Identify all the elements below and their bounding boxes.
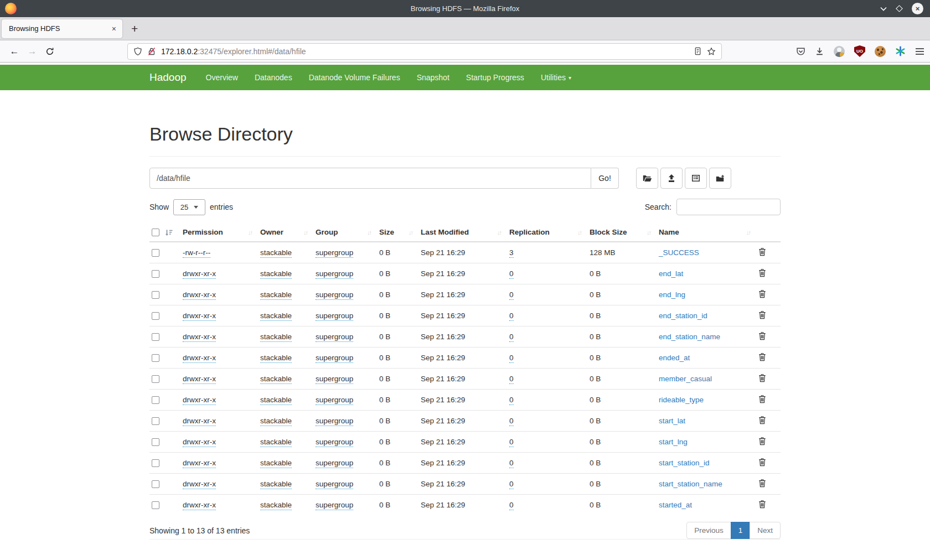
row-checkbox[interactable] (152, 333, 159, 341)
permission-cell[interactable]: drwxr-xr-x (183, 333, 216, 342)
go-button[interactable]: Go! (591, 168, 619, 189)
group-cell[interactable]: supergroup (316, 438, 353, 447)
reload-button[interactable] (41, 47, 59, 56)
owner-cell[interactable]: stackable (260, 354, 292, 363)
permission-cell[interactable]: drwxr-xr-x (183, 354, 216, 363)
asterisk-extension-icon[interactable] (895, 46, 906, 56)
insecure-lock-icon[interactable] (147, 47, 156, 56)
file-name-link[interactable]: end_lat (659, 269, 683, 278)
navbar-item[interactable]: Datanode Volume Failures (301, 65, 409, 90)
group-cell[interactable]: supergroup (316, 291, 353, 300)
sort-icon[interactable]: ↓↑ (647, 229, 650, 236)
directory-path-input[interactable] (149, 168, 591, 189)
delete-file-button[interactable] (758, 310, 766, 319)
create-directory-button[interactable] (709, 168, 731, 189)
menu-hamburger-icon[interactable] (915, 48, 924, 55)
row-checkbox[interactable] (152, 438, 159, 446)
column-header-last-modified[interactable]: Last Modified↓↑ (416, 223, 505, 242)
group-cell[interactable]: supergroup (316, 459, 353, 468)
owner-cell[interactable]: stackable (260, 333, 292, 342)
replication-cell[interactable]: 0 (509, 438, 514, 447)
owner-cell[interactable]: stackable (260, 269, 292, 279)
navbar-item[interactable]: Startup Progress (458, 65, 533, 90)
owner-cell[interactable]: stackable (260, 480, 292, 489)
group-cell[interactable]: supergroup (316, 333, 353, 342)
permission-cell[interactable]: drwxr-xr-x (183, 375, 216, 384)
row-checkbox[interactable] (152, 375, 159, 383)
search-input[interactable] (676, 199, 781, 215)
permission-cell[interactable]: drwxr-xr-x (183, 291, 216, 300)
permission-cell[interactable]: drwxr-xr-x (183, 417, 216, 426)
replication-cell[interactable]: 0 (509, 312, 514, 321)
file-name-link[interactable]: start_lat (659, 417, 685, 425)
browser-tab[interactable]: Browsing HDFS × (2, 19, 122, 38)
window-maximize-icon[interactable] (896, 5, 903, 12)
column-header-name[interactable]: Name↓↑ (654, 223, 754, 242)
owner-cell[interactable]: stackable (260, 312, 292, 321)
owner-cell[interactable]: stackable (260, 438, 292, 447)
sort-icon[interactable]: ↓↑ (367, 229, 371, 236)
row-checkbox[interactable] (152, 396, 159, 404)
file-name-link[interactable]: ended_at (659, 354, 690, 362)
replication-cell[interactable]: 0 (509, 459, 514, 468)
delete-file-button[interactable] (758, 479, 766, 488)
replication-cell[interactable]: 3 (509, 248, 514, 258)
column-header-owner[interactable]: Owner↓↑ (256, 223, 311, 242)
file-name-link[interactable]: start_station_name (659, 480, 722, 488)
owner-cell[interactable]: stackable (260, 375, 292, 384)
permission-cell[interactable]: drwxr-xr-x (183, 459, 216, 468)
owner-cell[interactable]: stackable (260, 396, 292, 405)
replication-cell[interactable]: 0 (509, 291, 514, 300)
replication-cell[interactable]: 0 (509, 501, 514, 510)
row-checkbox[interactable] (152, 312, 159, 320)
group-cell[interactable]: supergroup (316, 248, 353, 258)
pagination-previous[interactable]: Previous (686, 522, 731, 539)
row-checkbox[interactable] (152, 417, 159, 425)
sort-icon[interactable]: ↓↑ (497, 229, 501, 236)
sort-icon[interactable]: ↓↑ (409, 229, 412, 236)
group-cell[interactable]: supergroup (316, 354, 353, 363)
sort-icon[interactable]: ↓↑ (577, 229, 581, 236)
bookmark-star-icon[interactable] (707, 47, 716, 56)
reader-mode-icon[interactable] (694, 47, 702, 55)
navbar-item[interactable]: Snapshot (409, 65, 458, 90)
row-checkbox[interactable] (152, 354, 159, 362)
file-list-button[interactable] (685, 168, 707, 189)
window-close-icon[interactable]: × (912, 3, 923, 14)
column-header-group[interactable]: Group↓↑ (311, 223, 375, 242)
navbar-item[interactable]: Datanodes (246, 65, 301, 90)
owner-cell[interactable]: stackable (260, 417, 292, 426)
replication-cell[interactable]: 0 (509, 480, 514, 489)
column-header-size[interactable]: Size↓↑ (375, 223, 416, 242)
proxy-extension-icon[interactable] (834, 46, 845, 57)
forward-button[interactable]: → (23, 46, 41, 57)
group-cell[interactable]: supergroup (316, 501, 353, 510)
file-name-link[interactable]: start_station_id (659, 459, 710, 467)
sort-icon[interactable]: ↓↑ (303, 229, 307, 236)
permission-cell[interactable]: drwxr-xr-x (183, 480, 216, 489)
group-cell[interactable]: supergroup (316, 269, 353, 279)
column-header-block-size[interactable]: Block Size↓↑ (585, 223, 654, 242)
file-name-link[interactable]: end_lng (659, 291, 685, 299)
replication-cell[interactable]: 0 (509, 396, 514, 405)
group-cell[interactable]: supergroup (316, 375, 353, 384)
sort-attributes-icon[interactable] (165, 229, 173, 236)
navbar-brand-hadoop[interactable]: Hadoop (149, 71, 187, 84)
back-button[interactable]: ← (6, 46, 23, 57)
column-header-permission[interactable]: Permission↓↑ (178, 223, 256, 242)
delete-file-button[interactable] (758, 289, 766, 298)
file-name-link[interactable]: member_casual (659, 375, 712, 383)
new-tab-button[interactable]: + (131, 23, 138, 34)
sort-icon[interactable]: ↓↑ (746, 229, 750, 236)
cookie-extension-icon[interactable] (875, 46, 886, 57)
owner-cell[interactable]: stackable (260, 459, 292, 468)
replication-cell[interactable]: 0 (509, 375, 514, 384)
delete-file-button[interactable] (758, 437, 766, 445)
permission-cell[interactable]: drwxr-xr-x (183, 438, 216, 447)
delete-file-button[interactable] (758, 374, 766, 382)
group-cell[interactable]: supergroup (316, 417, 353, 426)
navbar-item[interactable]: Overview (198, 65, 246, 90)
permission-cell[interactable]: drwxr-xr-x (183, 396, 216, 405)
row-checkbox[interactable] (152, 480, 159, 488)
pagination-page-1[interactable]: 1 (731, 522, 751, 539)
